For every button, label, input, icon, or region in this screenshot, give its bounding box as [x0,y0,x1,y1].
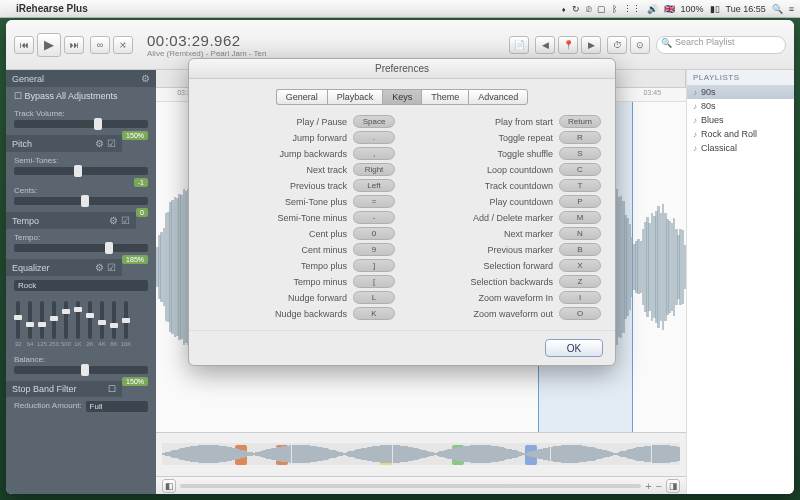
play-button[interactable]: ▶ [37,33,61,57]
volume-icon[interactable]: 🔊 [647,4,658,14]
bypass-checkbox[interactable]: ☐ Bypass All Adjustments [14,91,118,101]
eq-band-slider[interactable] [124,301,128,339]
tempo-slider[interactable] [14,244,148,252]
balance-slider[interactable] [14,366,148,374]
app-name[interactable]: iRehearse Plus [16,3,98,14]
pref-tab-keys[interactable]: Keys [382,89,421,105]
prev-marker-button[interactable]: ◀ [535,36,555,54]
timer-button[interactable]: ⏱ [607,36,627,54]
track-info: Alive (Remixed) - Pearl Jam - Ten [147,49,266,58]
zoom-slider[interactable] [180,484,641,488]
pref-tab-general[interactable]: General [276,89,327,105]
playlist-item[interactable]: ♪80s [687,99,794,113]
gear-icon[interactable]: ⚙ [141,73,150,84]
pref-tab-theme[interactable]: Theme [421,89,468,105]
section-pitch[interactable]: Pitch⚙ ☑ [6,135,122,152]
key-field[interactable]: = [353,195,395,208]
eq-band-slider[interactable] [28,301,32,339]
display-icon[interactable]: ⎚ [586,4,591,14]
key-field[interactable]: O [559,307,601,320]
key-field[interactable]: Z [559,275,601,288]
eq-band-slider[interactable] [112,301,116,339]
reduction-select[interactable]: Full [86,401,148,412]
key-field[interactable]: ] [353,259,395,272]
playlist-item[interactable]: ♪Classical [687,141,794,155]
clock[interactable]: Tue 16:55 [726,4,766,14]
key-field[interactable]: P [559,195,601,208]
playlist-item[interactable]: ♪Blues [687,113,794,127]
zoom-in-button[interactable]: + [645,480,651,492]
key-field[interactable]: M [559,211,601,224]
key-field[interactable]: I [559,291,601,304]
key-label: Semi-Tone minus [277,213,347,223]
key-field[interactable]: - [353,211,395,224]
key-field[interactable]: Right [353,163,395,176]
equalizer-bands: 32641252505001K2K4K8K16K [6,295,156,351]
playlist-item[interactable]: ♪Rock and Roll [687,127,794,141]
airplay-icon[interactable]: ▢ [597,4,606,14]
battery-icon[interactable]: ▮▯ [710,4,720,14]
key-field[interactable]: T [559,179,601,192]
key-field[interactable]: [ [353,275,395,288]
eq-band-slider[interactable] [88,301,92,339]
eq-band-slider[interactable] [40,301,44,339]
track-volume-slider[interactable] [14,120,148,128]
section-stopband[interactable]: Stop Band Filter☐ [6,381,122,397]
section-tempo[interactable]: Tempo⚙ ☑ [6,212,136,229]
eq-preset-select[interactable]: Rock [14,280,148,291]
key-field[interactable]: R [559,131,601,144]
eq-band-slider[interactable] [52,301,56,339]
key-field[interactable]: 9 [353,243,395,256]
semitone-slider[interactable] [14,167,148,175]
key-field[interactable]: Left [353,179,395,192]
countdown-button[interactable]: ⊙ [630,36,650,54]
key-field[interactable]: . [353,131,395,144]
checkbox-icon[interactable]: ☐ [108,384,116,394]
flag-icon[interactable]: 🇬🇧 [664,4,675,14]
key-field[interactable]: , [353,147,395,160]
next-marker-button[interactable]: ▶ [581,36,601,54]
search-input[interactable]: Search Playlist [656,36,786,54]
key-field[interactable]: B [559,243,601,256]
cents-slider[interactable] [14,197,148,205]
marker-button[interactable]: 📍 [558,36,578,54]
toggle-right-panel-button[interactable]: ◨ [666,479,680,493]
document-button[interactable]: 📄 [509,36,529,54]
key-field[interactable]: L [353,291,395,304]
zoom-out-button[interactable]: − [656,480,662,492]
eq-band-slider[interactable] [16,301,20,339]
repeat-button[interactable]: ∞ [90,36,110,54]
key-field[interactable]: C [559,163,601,176]
overview-waveform[interactable] [156,432,686,476]
key-field[interactable]: Return [559,115,601,128]
playlist-item[interactable]: ♪90s [687,85,794,99]
toggle-left-panel-button[interactable]: ◧ [162,479,176,493]
dropbox-icon[interactable]: ⬧ [561,4,566,14]
eq-band-slider[interactable] [64,301,68,339]
ok-button[interactable]: OK [545,339,603,357]
gear-icon[interactable]: ⚙ ☑ [95,138,116,149]
key-field[interactable]: N [559,227,601,240]
eq-band-slider[interactable] [76,301,80,339]
shuffle-button[interactable]: ⤨ [113,36,133,54]
pref-tab-advanced[interactable]: Advanced [468,89,528,105]
rewind-button[interactable]: ⏮ [14,36,34,54]
gear-icon[interactable]: ⚙ ☑ [95,262,116,273]
key-field[interactable]: 0 [353,227,395,240]
bluetooth-icon[interactable]: ᛒ [612,4,617,14]
pref-tab-playback[interactable]: Playback [327,89,383,105]
forward-button[interactable]: ⏭ [64,36,84,54]
gear-icon[interactable]: ⚙ ☑ [109,215,130,226]
sync-icon[interactable]: ↻ [572,4,580,14]
notifications-icon[interactable]: ≡ [789,4,794,14]
section-equalizer[interactable]: Equalizer⚙ ☑ [6,259,122,276]
key-field[interactable]: Space [353,115,395,128]
eq-band-slider[interactable] [100,301,104,339]
key-field[interactable]: K [353,307,395,320]
wifi-icon[interactable]: ⋮⋮ [623,4,641,14]
key-field[interactable]: S [559,147,601,160]
section-general[interactable]: General⚙ [6,70,156,87]
spotlight-icon[interactable]: 🔍 [772,4,783,14]
playlist-icon: ♪ [693,102,697,111]
key-field[interactable]: X [559,259,601,272]
